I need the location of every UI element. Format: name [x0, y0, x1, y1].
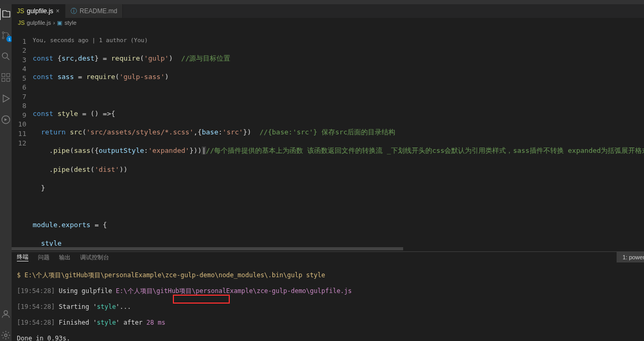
- svg-point-3: [2, 53, 7, 58]
- source-control-icon[interactable]: [0, 30, 12, 41]
- svg-rect-5: [7, 74, 10, 77]
- code-editor[interactable]: 123456789101112 You, seconds ago | 1 aut…: [12, 27, 644, 246]
- js-icon: JS: [17, 7, 24, 15]
- activity-bar: [0, 4, 12, 341]
- panel-tab-output[interactable]: 输出: [59, 254, 71, 261]
- cube-icon: ▣: [57, 20, 62, 26]
- svg-point-1: [2, 37, 4, 38]
- terminal-shell-select[interactable]: 1: powershell: [617, 252, 644, 262]
- terminal-body[interactable]: $ E:\个人项目\gitHub项目\personalExample\zce-g…: [12, 262, 644, 341]
- svg-point-2: [7, 34, 9, 36]
- panel-tab-terminal[interactable]: 终端: [17, 253, 28, 261]
- titlebar: [0, 0, 644, 4]
- tab-gulpfile[interactable]: JS gulpfile.js ×: [12, 4, 65, 18]
- svg-point-9: [4, 310, 8, 314]
- close-icon[interactable]: ×: [56, 7, 60, 15]
- run-icon[interactable]: [0, 93, 12, 104]
- editor-area: JS gulpfile.js × ⓘ README.md ⇌ ↶ ◫ ⋯ JS …: [12, 4, 644, 341]
- remote-icon[interactable]: [0, 114, 12, 125]
- account-icon[interactable]: [0, 308, 12, 320]
- search-icon[interactable]: [0, 51, 12, 62]
- js-icon: JS: [18, 20, 25, 26]
- tab-bar: JS gulpfile.js × ⓘ README.md ⇌ ↶ ◫ ⋯: [12, 4, 644, 18]
- info-icon: ⓘ: [71, 7, 77, 16]
- svg-point-10: [5, 334, 7, 337]
- explorer-icon[interactable]: [0, 8, 11, 20]
- tab-readme[interactable]: ⓘ README.md: [65, 4, 123, 18]
- svg-rect-4: [2, 74, 5, 77]
- panel: 终端 问题 输出 调试控制台 1: powershell ＋ ◫ 🗑 ^ × $…: [12, 251, 644, 341]
- panel-tab-problems[interactable]: 问题: [38, 254, 50, 261]
- svg-rect-6: [2, 79, 5, 82]
- settings-icon[interactable]: [0, 329, 12, 341]
- code-lines[interactable]: You, seconds ago | 1 author (You) const …: [33, 27, 644, 246]
- horizontal-scrollbar[interactable]: [12, 246, 644, 251]
- breadcrumb[interactable]: JS gulpfile.js › ▣ style: [12, 18, 644, 27]
- line-gutter: 123456789101112: [12, 27, 33, 246]
- extensions-icon[interactable]: [0, 72, 12, 83]
- panel-tab-debugconsole[interactable]: 调试控制台: [80, 254, 109, 261]
- svg-point-0: [2, 32, 4, 33]
- codelens[interactable]: You, seconds ago | 1 author (You): [33, 37, 644, 45]
- svg-rect-7: [7, 79, 10, 82]
